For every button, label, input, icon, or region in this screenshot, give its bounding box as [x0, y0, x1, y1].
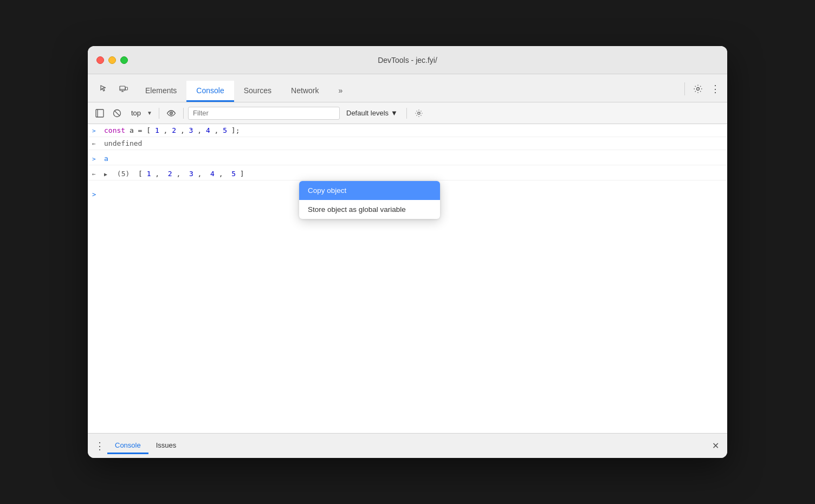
svg-line-9 — [114, 111, 120, 116]
context-menu-store-global[interactable]: Store object as global variable — [299, 200, 440, 219]
console-output-undefined: undefined — [104, 139, 723, 147]
minimize-button[interactable] — [108, 56, 116, 64]
svg-rect-6 — [96, 109, 104, 117]
arr-3: 3 — [189, 170, 193, 178]
code-comma: , — [164, 126, 168, 134]
code-num-4: 4 — [206, 126, 210, 134]
sep1: , — [155, 170, 164, 178]
code-comma-4: , — [215, 126, 219, 134]
console-line-content-1: const a = [ 1 , 2 , 3 , 4 , 5 ]; — [104, 126, 723, 134]
tab-bar: Elements Console Sources Network » ⋮ — [88, 74, 727, 102]
keyword-const: const — [104, 126, 125, 134]
live-expressions-button[interactable] — [164, 106, 179, 121]
drawer-toggle-button[interactable] — [92, 106, 107, 121]
sep2: , — [176, 170, 185, 178]
bottom-dots-icon: ⋮ — [95, 440, 105, 452]
console-line-4: ← ▶ (5) [ 1 , 2 , 3 , 4 , 5 ] — [88, 167, 727, 180]
code-num-5: 5 — [223, 126, 227, 134]
code-num-3: 3 — [189, 126, 193, 134]
tabbar-right: ⋮ — [681, 81, 723, 102]
sep3: , — [198, 170, 206, 178]
toolbar-separator-2 — [183, 108, 184, 119]
tab-console[interactable]: Console — [186, 81, 234, 102]
toolbar-separator-3 — [406, 108, 407, 119]
arr-2: 2 — [168, 170, 172, 178]
prompt-arrow-icon: > — [92, 191, 96, 198]
code-comma-2: , — [180, 126, 185, 134]
code-num-1: 1 — [155, 126, 159, 134]
tab-more[interactable]: » — [328, 81, 352, 102]
expand-array-button[interactable]: ▶ — [104, 171, 111, 178]
close-button[interactable] — [96, 56, 104, 64]
filter-input[interactable] — [188, 107, 340, 120]
titlebar: DevTools - jec.fyi/ — [88, 46, 727, 74]
output-arrow-2: ← — [92, 171, 100, 178]
sep4: , — [219, 170, 228, 178]
tab-network[interactable]: Network — [281, 81, 328, 102]
console-input-a: a — [104, 154, 723, 163]
svg-point-11 — [171, 113, 172, 114]
array-close: ] — [240, 170, 244, 178]
context-menu-copy-object[interactable]: Copy object — [299, 181, 440, 200]
svg-rect-1 — [126, 87, 128, 90]
separator — [684, 82, 685, 95]
tab-elements[interactable]: Elements — [135, 81, 186, 102]
maximize-button[interactable] — [120, 56, 128, 64]
console-output[interactable]: > const a = [ 1 , 2 , 3 , 4 , 5 ]; ← und… — [88, 124, 727, 433]
bottom-tab-console[interactable]: Console — [107, 438, 148, 454]
clear-console-button[interactable] — [109, 106, 125, 121]
svg-point-5 — [697, 88, 700, 91]
input-arrow-2: > — [92, 156, 100, 163]
devtools-window: DevTools - jec.fyi/ Elements Console — [88, 46, 727, 458]
context-select-input[interactable]: top — [127, 108, 154, 118]
more-options-button[interactable]: ⋮ — [708, 81, 723, 96]
code-text: a = — [130, 126, 146, 134]
default-levels-chevron: ▼ — [391, 109, 398, 117]
inspect-element-button[interactable] — [96, 81, 112, 96]
traffic-lights — [96, 56, 128, 64]
output-arrow-1: ← — [92, 140, 100, 147]
window-title: DevTools - jec.fyi/ — [378, 56, 437, 64]
array-length: (5) — [117, 170, 134, 178]
svg-rect-0 — [120, 86, 125, 91]
console-line-3: > a — [88, 152, 727, 165]
tab-bar-icons — [92, 81, 135, 102]
code-num-2: 2 — [172, 126, 176, 134]
array-open: [ — [138, 170, 143, 178]
code-comma-3: , — [197, 126, 202, 134]
arr-1: 1 — [147, 170, 151, 178]
bottom-bar: ⋮ Console Issues ✕ — [88, 433, 727, 458]
console-output-array: ▶ (5) [ 1 , 2 , 3 , 4 , 5 ] — [104, 170, 723, 178]
code-bracket-close: ]; — [231, 126, 240, 134]
toolbar-separator — [159, 108, 159, 119]
context-selector[interactable]: top ▼ — [127, 108, 154, 118]
device-mode-button[interactable] — [116, 81, 131, 96]
bottom-more-button[interactable]: ⋮ — [92, 438, 107, 454]
default-levels-label: Default levels — [346, 109, 389, 117]
console-toolbar: top ▼ Default levels ▼ — [88, 102, 727, 124]
arr-5: 5 — [231, 170, 236, 178]
console-settings-button[interactable] — [411, 106, 426, 121]
more-dots-icon: ⋮ — [710, 84, 720, 94]
tab-sources[interactable]: Sources — [234, 81, 281, 102]
arr-4: 4 — [210, 170, 215, 178]
bottom-close-button[interactable]: ✕ — [708, 438, 723, 454]
context-menu: Copy object Store object as global varia… — [299, 181, 440, 219]
code-bracket: [ — [146, 126, 151, 134]
console-line-1: > const a = [ 1 , 2 , 3 , 4 , 5 ]; — [88, 124, 727, 137]
svg-point-12 — [418, 112, 420, 114]
console-line-2: ← undefined — [88, 137, 727, 150]
input-arrow-1: > — [92, 127, 100, 134]
default-levels-button[interactable]: Default levels ▼ — [342, 108, 402, 118]
settings-button[interactable] — [690, 81, 706, 96]
bottom-tab-issues[interactable]: Issues — [148, 438, 184, 454]
